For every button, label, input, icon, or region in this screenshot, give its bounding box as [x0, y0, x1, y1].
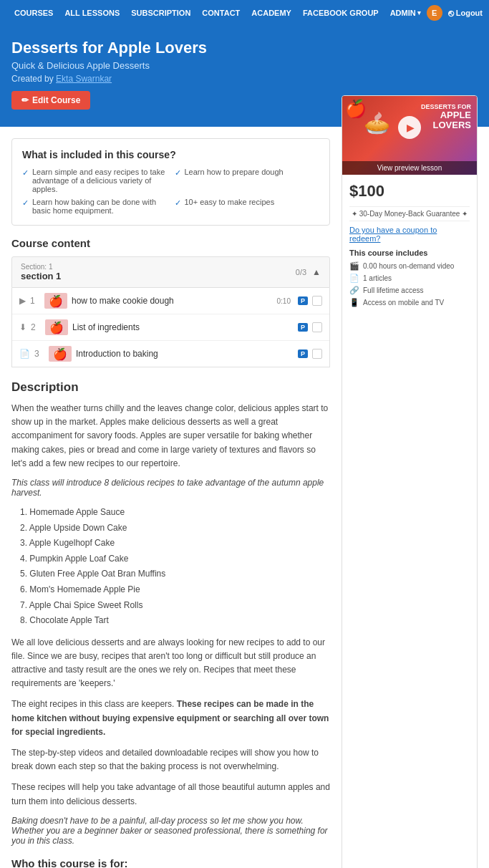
- pie-decoration: 🥧: [364, 110, 390, 135]
- lesson-num-3: 3: [34, 349, 44, 359]
- lesson-title-2[interactable]: List of ingredients: [72, 322, 294, 332]
- feature-2: ✓ Learn how baking can be done with basi…: [22, 198, 168, 215]
- lesson-thumb-2: 🍎: [45, 319, 68, 335]
- play-button[interactable]: ▶: [398, 116, 421, 139]
- lesson-thumb-3: 🍎: [49, 346, 72, 362]
- lesson-badge-3: P: [298, 349, 308, 358]
- lesson-row: 📄 3 🍎 Introduction to baking P: [12, 341, 329, 367]
- recipe-item: 1. Homemade Apple Sauce: [20, 505, 330, 521]
- section-header[interactable]: Section: 1 section 1 0/3 ▲: [11, 256, 330, 288]
- course-main-content: What is included in this course? ✓ Learn…: [11, 138, 330, 868]
- mobile-icon: 📱: [349, 298, 359, 307]
- play-circle-icon: ▶: [19, 296, 26, 306]
- article-icon: 📄: [349, 274, 359, 283]
- recipe-item: 5. Gluten Free Apple Oat Bran Muffins: [20, 566, 330, 582]
- money-back-text: ✦ 30-Day Money-Back Guarantee ✦: [349, 206, 470, 221]
- download-icon: ⬇: [19, 322, 26, 332]
- recipe-item: 2. Apple Upside Down Cake: [20, 521, 330, 536]
- edit-icon: ✏: [21, 95, 29, 105]
- section-count: 0/3: [296, 268, 306, 276]
- check-icon-4: ✓: [175, 198, 181, 208]
- logout-icon: ⎋: [448, 8, 454, 19]
- user-avatar: E: [427, 5, 442, 21]
- who-title: Who this course is for:: [11, 857, 330, 868]
- feature-3: ✓ Learn how to prepare dough: [175, 168, 320, 193]
- check-icon-3: ✓: [175, 168, 181, 178]
- nav-contact[interactable]: Contact: [196, 9, 246, 17]
- desc-para-3: The step-by-step videos and detailed dow…: [11, 746, 330, 773]
- lesson-row: ▶ 1 🍎 how to make cookie dough 0:10 P: [12, 288, 329, 314]
- description-title: Description: [11, 380, 330, 395]
- include-lifetime: 🔗 Full lifetime access: [349, 286, 470, 295]
- lesson-badge-1: P: [298, 296, 308, 305]
- nav-subscription[interactable]: Subscription: [125, 9, 196, 17]
- author-link[interactable]: Ekta Swarnkar: [56, 74, 112, 84]
- include-articles: 📄 1 articles: [349, 274, 470, 283]
- check-icon-1: ✓: [22, 168, 29, 178]
- recipe-item: 4. Pumpkin Apple Loaf Cake: [20, 551, 330, 567]
- lesson-title-1[interactable]: how to make cookie dough: [72, 296, 273, 306]
- lesson-list: ▶ 1 🍎 how to make cookie dough 0:10 P ⬇ …: [11, 288, 330, 367]
- desc-keepers: The eight recipes in this class are keep…: [11, 698, 330, 739]
- includes-title: This course includes: [349, 249, 470, 257]
- course-content-title: Course content: [11, 237, 330, 249]
- lesson-num-2: 2: [31, 322, 41, 332]
- desc-last-italic: Baking doesn't have to be a painful, all…: [11, 816, 330, 846]
- section-name: section 1: [21, 271, 61, 281]
- check-icon-2: ✓: [22, 198, 29, 208]
- sidebar-card: 🍎 🥧 DESSERTS FOR APPLELOVERS ▶ View prev…: [342, 95, 478, 868]
- desc-para-1: When the weather turns chilly and the le…: [11, 402, 330, 471]
- link-icon: 🔗: [349, 286, 359, 295]
- features-grid: ✓ Learn simple and easy recipes to take …: [22, 168, 319, 215]
- course-subtitle: Quick & Delicious Apple Desserts: [11, 60, 478, 71]
- chevron-down-icon: ▾: [417, 9, 421, 16]
- course-price: $100: [349, 182, 470, 201]
- desc-italic: This class will introduce 8 delicious re…: [11, 478, 330, 498]
- lesson-checkbox-1[interactable]: [312, 296, 322, 306]
- logout-button[interactable]: ⎋ Logout: [448, 8, 483, 19]
- include-video: 🎬 0.00 hours on-demand video: [349, 261, 470, 271]
- desc-para-2: We all love delicious desserts and are a…: [11, 636, 330, 691]
- doc-icon: 📄: [19, 349, 30, 359]
- nav-courses[interactable]: Courses: [9, 9, 59, 17]
- main-nav: Courses All Lessons Subscription Contact…: [0, 0, 489, 26]
- preview-lesson-link[interactable]: View preview lesson: [342, 161, 477, 175]
- recipe-item: 6. Mom's Homemade Apple Pie: [20, 582, 330, 598]
- lesson-checkbox-3[interactable]: [312, 349, 322, 359]
- feature-4: ✓ 10+ easy to make recipes: [175, 198, 320, 215]
- coupon-link[interactable]: Do you have a coupon to redeem?: [349, 226, 470, 243]
- lesson-num-1: 1: [30, 296, 40, 306]
- recipe-item: 3. Apple Kugelhopf Cake: [20, 536, 330, 551]
- lesson-title-3[interactable]: Introduction to baking: [76, 349, 294, 359]
- lesson-badge-2: P: [298, 323, 308, 332]
- course-author-line: Created by Ekta Swarnkar: [11, 74, 478, 84]
- recipe-list: 1. Homemade Apple Sauce 2. Apple Upside …: [20, 505, 330, 629]
- edit-course-button[interactable]: ✏ Edit Course: [11, 91, 90, 110]
- lesson-duration-1: 0:10: [277, 297, 291, 305]
- included-title: What is included in this course?: [22, 149, 319, 160]
- course-content-section: Course content Section: 1 section 1 0/3 …: [11, 237, 330, 367]
- included-section: What is included in this course? ✓ Learn…: [11, 138, 330, 226]
- video-icon: 🎬: [349, 261, 359, 271]
- play-icon: ▶: [407, 122, 415, 133]
- recipe-item: 8. Chocolate Apple Tart: [20, 613, 330, 629]
- nav-academy[interactable]: Academy: [246, 9, 297, 17]
- who-section: Who this course is for: Apple lovers who…: [11, 857, 330, 868]
- section-label: Section: 1: [21, 263, 61, 271]
- nav-all-lessons[interactable]: All Lessons: [59, 9, 125, 17]
- description-section: Description When the weather turns chill…: [11, 380, 330, 846]
- main-layout: What is included in this course? ✓ Learn…: [0, 127, 489, 868]
- recipe-item: 7. Apple Chai Spice Sweet Rolls: [20, 598, 330, 614]
- desc-para-4: These recipes will help you take advanta…: [11, 781, 330, 808]
- preview-title-text: DESSERTS FOR APPLELOVERS: [421, 103, 471, 131]
- lesson-row: ⬇ 2 🍎 List of ingredients P: [12, 314, 329, 341]
- lesson-thumb-1: 🍎: [44, 293, 67, 309]
- preview-image: 🍎 🥧 DESSERTS FOR APPLELOVERS ▶ View prev…: [342, 96, 477, 175]
- course-title: Desserts for Apple Lovers: [11, 39, 478, 57]
- sidebar-body: $100 ✦ 30-Day Money-Back Guarantee ✦ Do …: [342, 175, 477, 317]
- nav-facebook-group[interactable]: Facebook Group: [297, 9, 384, 17]
- nav-admin[interactable]: Admin ▾: [384, 9, 427, 17]
- lesson-checkbox-2[interactable]: [312, 322, 322, 332]
- feature-1: ✓ Learn simple and easy recipes to take …: [22, 168, 168, 193]
- chevron-up-icon[interactable]: ▲: [312, 267, 321, 277]
